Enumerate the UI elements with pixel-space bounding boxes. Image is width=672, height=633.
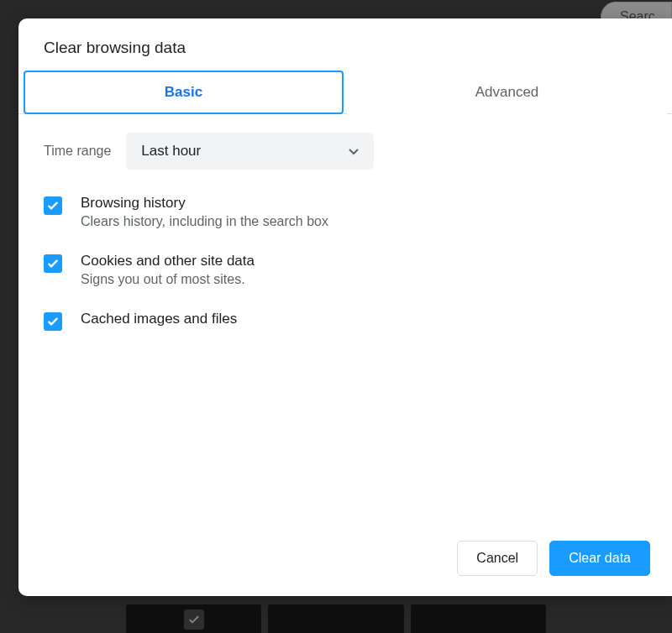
time-range-select[interactable]: Last hour (126, 133, 374, 170)
option-browsing-history: Browsing history Clears history, includi… (44, 195, 647, 229)
dialog-title: Clear browsing data (18, 18, 672, 71)
checkmark-icon (46, 315, 60, 328)
dialog-footer: Cancel Clear data (18, 526, 672, 596)
option-cookies: Cookies and other site data Signs you ou… (44, 253, 647, 287)
tab-advanced[interactable]: Advanced (347, 71, 667, 114)
option-desc: Clears history, including in the search … (81, 214, 328, 229)
option-text: Cached images and files (81, 311, 237, 327)
cancel-button[interactable]: Cancel (457, 541, 538, 576)
tab-bar: Basic Advanced (18, 71, 672, 114)
checkbox-cookies[interactable] (44, 254, 62, 273)
checkmark-icon (46, 199, 60, 212)
checkmark-icon (46, 257, 60, 270)
option-title: Browsing history (81, 195, 328, 212)
option-text: Cookies and other site data Signs you ou… (81, 253, 255, 287)
option-title: Cached images and files (81, 311, 237, 327)
checkbox-cached-images[interactable] (44, 312, 62, 331)
clear-browsing-data-dialog: Clear browsing data Basic Advanced Time … (18, 18, 672, 596)
caret-down-icon (349, 143, 359, 160)
option-cached-images: Cached images and files (44, 311, 647, 331)
time-range-label: Time range (44, 144, 111, 159)
checkbox-browsing-history[interactable] (44, 196, 62, 215)
option-desc: Signs you out of most sites. (81, 272, 255, 287)
option-title: Cookies and other site data (81, 253, 255, 269)
option-text: Browsing history Clears history, includi… (81, 195, 328, 229)
time-range-value: Last hour (141, 143, 201, 160)
time-range-row: Time range Last hour (44, 133, 647, 170)
dialog-content: Time range Last hour Browsing history Cl… (18, 114, 672, 526)
tab-basic[interactable]: Basic (24, 71, 344, 114)
clear-data-button[interactable]: Clear data (549, 541, 650, 576)
